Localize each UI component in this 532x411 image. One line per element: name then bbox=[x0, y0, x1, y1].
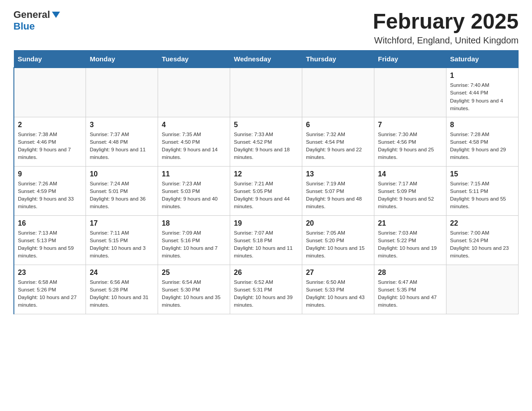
day-info-line: Daylight: 10 hours and 3 minutes. bbox=[90, 245, 146, 258]
calendar-week-row: 2Sunrise: 7:38 AMSunset: 4:46 PMDaylight… bbox=[14, 117, 519, 166]
day-info-line: Sunset: 5:15 PM bbox=[90, 238, 128, 243]
day-info-line: Sunrise: 6:47 AM bbox=[378, 279, 417, 285]
day-info: Sunrise: 7:35 AMSunset: 4:50 PMDaylight:… bbox=[162, 131, 226, 162]
day-info-line: Sunrise: 7:23 AM bbox=[162, 181, 201, 186]
day-number: 6 bbox=[306, 121, 370, 129]
calendar-header-cell: Tuesday bbox=[158, 51, 230, 68]
day-info-line: Sunrise: 7:13 AM bbox=[18, 230, 57, 235]
day-info-line: Sunrise: 7:35 AM bbox=[162, 132, 201, 137]
calendar-header-cell: Sunday bbox=[14, 51, 86, 68]
logo: General Blue bbox=[13, 9, 60, 32]
day-info-line: Sunrise: 7:30 AM bbox=[378, 132, 417, 137]
calendar-day-cell: 26Sunrise: 6:52 AMSunset: 5:31 PMDayligh… bbox=[230, 265, 302, 314]
day-info-line: Sunset: 4:59 PM bbox=[18, 188, 56, 194]
day-number: 2 bbox=[18, 121, 82, 129]
day-info-line: Sunset: 5:33 PM bbox=[306, 287, 344, 292]
day-info: Sunrise: 7:17 AMSunset: 5:09 PMDaylight:… bbox=[378, 180, 442, 211]
day-info: Sunrise: 7:26 AMSunset: 4:59 PMDaylight:… bbox=[18, 180, 82, 211]
title-block: February 2025 Witchford, England, United… bbox=[373, 9, 519, 46]
day-info-line: Sunset: 5:26 PM bbox=[18, 287, 56, 292]
calendar-day-cell: 21Sunrise: 7:03 AMSunset: 5:22 PMDayligh… bbox=[374, 215, 446, 265]
day-number: 14 bbox=[378, 170, 442, 178]
day-number: 9 bbox=[18, 170, 82, 178]
day-info-line: Sunset: 5:18 PM bbox=[234, 238, 272, 243]
calendar-day-cell: 25Sunrise: 6:54 AMSunset: 5:30 PMDayligh… bbox=[158, 265, 230, 314]
calendar-week-row: 9Sunrise: 7:26 AMSunset: 4:59 PMDaylight… bbox=[14, 166, 519, 215]
day-info-line: Daylight: 9 hours and 36 minutes. bbox=[90, 196, 146, 209]
day-info-line: Daylight: 10 hours and 15 minutes. bbox=[306, 245, 365, 258]
calendar-day-cell: 13Sunrise: 7:19 AMSunset: 5:07 PMDayligh… bbox=[302, 166, 374, 215]
page-subtitle: Witchford, England, United Kingdom bbox=[373, 35, 519, 46]
day-info-line: Sunrise: 7:19 AM bbox=[306, 181, 345, 186]
calendar-day-cell bbox=[446, 265, 519, 314]
calendar-day-cell: 10Sunrise: 7:24 AMSunset: 5:01 PMDayligh… bbox=[86, 166, 158, 215]
calendar-day-cell: 1Sunrise: 7:40 AMSunset: 4:44 PMDaylight… bbox=[446, 68, 519, 117]
day-info: Sunrise: 6:56 AMSunset: 5:28 PMDaylight:… bbox=[90, 278, 154, 309]
day-number: 18 bbox=[162, 219, 226, 227]
day-number: 3 bbox=[90, 121, 154, 129]
day-info: Sunrise: 6:54 AMSunset: 5:30 PMDaylight:… bbox=[162, 278, 226, 309]
calendar-day-cell: 20Sunrise: 7:05 AMSunset: 5:20 PMDayligh… bbox=[302, 215, 374, 265]
calendar-day-cell: 27Sunrise: 6:50 AMSunset: 5:33 PMDayligh… bbox=[302, 265, 374, 314]
day-info: Sunrise: 7:37 AMSunset: 4:48 PMDaylight:… bbox=[90, 131, 154, 162]
day-info-line: Sunrise: 7:38 AM bbox=[18, 132, 57, 137]
day-number: 1 bbox=[450, 72, 515, 80]
calendar-table: SundayMondayTuesdayWednesdayThursdayFrid… bbox=[13, 50, 519, 314]
day-info-line: Daylight: 10 hours and 43 minutes. bbox=[306, 295, 365, 308]
day-info-line: Sunrise: 7:03 AM bbox=[378, 230, 417, 235]
calendar-header-cell: Friday bbox=[374, 51, 446, 68]
day-info-line: Sunrise: 7:32 AM bbox=[306, 132, 345, 137]
day-info-line: Sunset: 5:16 PM bbox=[162, 238, 200, 243]
day-info: Sunrise: 7:07 AMSunset: 5:18 PMDaylight:… bbox=[234, 229, 298, 260]
day-info-line: Sunrise: 7:26 AM bbox=[18, 181, 57, 186]
day-info: Sunrise: 7:11 AMSunset: 5:15 PMDaylight:… bbox=[90, 229, 154, 260]
calendar-header: SundayMondayTuesdayWednesdayThursdayFrid… bbox=[14, 51, 519, 68]
day-info-line: Daylight: 10 hours and 31 minutes. bbox=[90, 295, 148, 308]
day-info-line: Sunrise: 6:54 AM bbox=[162, 279, 201, 285]
day-info-line: Daylight: 9 hours and 52 minutes. bbox=[378, 196, 434, 209]
calendar-day-cell bbox=[230, 68, 302, 117]
calendar-week-row: 1Sunrise: 7:40 AMSunset: 4:44 PMDaylight… bbox=[14, 68, 519, 117]
day-number: 16 bbox=[18, 219, 82, 227]
day-info-line: Sunset: 5:31 PM bbox=[234, 287, 272, 292]
day-info: Sunrise: 7:13 AMSunset: 5:13 PMDaylight:… bbox=[18, 229, 82, 260]
calendar-day-cell: 8Sunrise: 7:28 AMSunset: 4:58 PMDaylight… bbox=[446, 117, 519, 166]
day-number: 25 bbox=[162, 269, 226, 277]
calendar-header-row: SundayMondayTuesdayWednesdayThursdayFrid… bbox=[14, 51, 519, 68]
calendar-day-cell: 18Sunrise: 7:09 AMSunset: 5:16 PMDayligh… bbox=[158, 215, 230, 265]
calendar-day-cell: 11Sunrise: 7:23 AMSunset: 5:03 PMDayligh… bbox=[158, 166, 230, 215]
day-info-line: Daylight: 9 hours and 33 minutes. bbox=[18, 196, 74, 209]
calendar-day-cell bbox=[14, 68, 86, 117]
day-info: Sunrise: 7:05 AMSunset: 5:20 PMDaylight:… bbox=[306, 229, 370, 260]
day-number: 26 bbox=[234, 269, 298, 277]
day-number: 8 bbox=[450, 121, 515, 129]
calendar-header-cell: Wednesday bbox=[230, 51, 302, 68]
day-number: 22 bbox=[450, 219, 515, 227]
day-info: Sunrise: 7:33 AMSunset: 4:52 PMDaylight:… bbox=[234, 131, 298, 162]
day-info-line: Daylight: 10 hours and 35 minutes. bbox=[162, 295, 220, 308]
day-info-line: Sunrise: 7:00 AM bbox=[450, 230, 489, 235]
day-info-line: Daylight: 9 hours and 18 minutes. bbox=[234, 147, 290, 160]
day-info-line: Daylight: 9 hours and 48 minutes. bbox=[306, 196, 362, 209]
day-info-line: Daylight: 9 hours and 7 minutes. bbox=[18, 147, 71, 160]
calendar-week-row: 16Sunrise: 7:13 AMSunset: 5:13 PMDayligh… bbox=[14, 215, 519, 265]
day-info-line: Sunrise: 7:40 AM bbox=[450, 82, 489, 88]
day-info-line: Daylight: 9 hours and 14 minutes. bbox=[162, 147, 218, 160]
calendar-day-cell: 2Sunrise: 7:38 AMSunset: 4:46 PMDaylight… bbox=[14, 117, 86, 166]
calendar-body: 1Sunrise: 7:40 AMSunset: 4:44 PMDaylight… bbox=[14, 68, 519, 314]
day-info-line: Sunset: 5:05 PM bbox=[234, 188, 272, 194]
day-info: Sunrise: 7:30 AMSunset: 4:56 PMDaylight:… bbox=[378, 131, 442, 162]
calendar-week-row: 23Sunrise: 6:58 AMSunset: 5:26 PMDayligh… bbox=[14, 265, 519, 314]
day-info-line: Sunset: 4:54 PM bbox=[306, 139, 344, 145]
calendar-day-cell: 28Sunrise: 6:47 AMSunset: 5:35 PMDayligh… bbox=[374, 265, 446, 314]
day-info-line: Sunset: 5:03 PM bbox=[162, 188, 200, 194]
day-info: Sunrise: 6:52 AMSunset: 5:31 PMDaylight:… bbox=[234, 278, 298, 309]
calendar-header-cell: Saturday bbox=[446, 51, 519, 68]
logo-general-text: General bbox=[13, 9, 50, 21]
calendar-day-cell: 17Sunrise: 7:11 AMSunset: 5:15 PMDayligh… bbox=[86, 215, 158, 265]
day-info-line: Sunset: 5:13 PM bbox=[18, 238, 56, 243]
day-info-line: Daylight: 9 hours and 22 minutes. bbox=[306, 147, 362, 160]
day-info-line: Sunset: 5:24 PM bbox=[450, 238, 488, 243]
page-header: General Blue February 2025 Witchford, En… bbox=[13, 9, 519, 46]
day-info-line: Sunset: 5:07 PM bbox=[306, 188, 344, 194]
